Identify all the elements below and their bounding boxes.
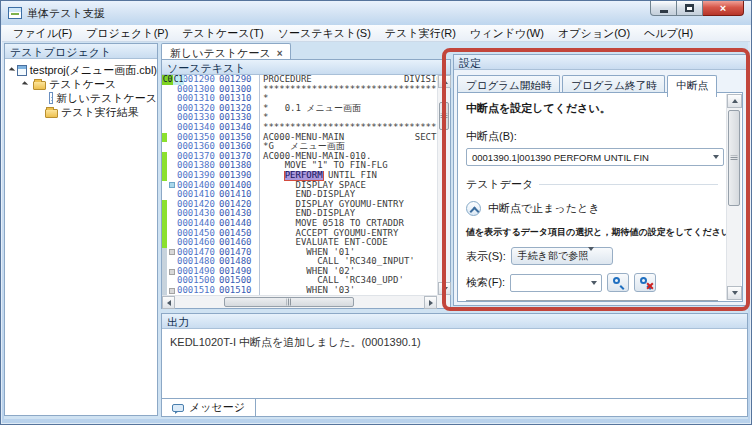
- breakpoint-gutter[interactable]: [167, 85, 176, 95]
- dropdown-arrow-icon[interactable]: [709, 150, 722, 164]
- breakpoint-gutter[interactable]: [167, 286, 176, 295]
- breakpoint-gutter[interactable]: [167, 200, 176, 210]
- red-x-icon: [647, 283, 653, 289]
- breakpoint-gutter[interactable]: [167, 94, 176, 104]
- breakpoint-gutter[interactable]: [167, 161, 176, 171]
- scroll-right-button[interactable]: [424, 296, 437, 309]
- settings-vertical-scrollbar[interactable]: [726, 94, 741, 300]
- vertical-scroll-thumb[interactable]: [728, 110, 740, 206]
- gutter-marker-icon: [169, 154, 175, 160]
- editor-tab-bar: 新しいテストケース ×: [161, 43, 291, 60]
- breakpoint-gutter[interactable]: [167, 113, 176, 123]
- thumb-grip-icon: [441, 114, 448, 119]
- scrollbar-corner: [437, 295, 450, 308]
- code-text: DISPLAY GYOUMU-ENTRY: [259, 200, 437, 210]
- menu-item[interactable]: ヘルプ(H): [637, 25, 700, 42]
- scroll-down-button[interactable]: [438, 282, 451, 295]
- scroll-down-button[interactable]: [727, 286, 742, 300]
- breakpoint-gutter[interactable]: [167, 104, 176, 114]
- output-body[interactable]: KEDL1020T-I 中断点を追加しました。(0001390.1): [162, 329, 747, 398]
- code-text: MOVE 0518 TO CRTADDR: [259, 219, 437, 229]
- code-text: ACCEPT GYOUMU-ENTRY: [259, 229, 437, 239]
- code-area[interactable]: 0001290 001290 PROCEDURE DIVISION 000130…: [162, 75, 437, 295]
- source-vertical-scrollbar[interactable]: [437, 75, 450, 295]
- clear-search-button[interactable]: [634, 273, 656, 292]
- tree-expander-icon[interactable]: [34, 108, 43, 117]
- breakpoint-field-label: 中断点(B):: [466, 129, 718, 144]
- breakpoint-gutter[interactable]: [167, 248, 176, 258]
- vertical-scroll-thumb[interactable]: [439, 102, 449, 130]
- menu-item[interactable]: ファイル(F): [6, 25, 79, 42]
- tree-item-label: テスト実行結果: [61, 105, 139, 120]
- close-button[interactable]: ×: [703, 1, 744, 16]
- code-text: PERFORM UNTIL FIN: [259, 171, 437, 181]
- tree-expander-icon[interactable]: [45, 94, 47, 103]
- breakpoint-gutter[interactable]: [167, 276, 176, 286]
- gutter-marker-icon: [169, 269, 175, 275]
- tab-close-icon[interactable]: ×: [277, 48, 283, 59]
- display-scope-select[interactable]: 手続き部で参照: [511, 247, 613, 265]
- tree-expander-icon[interactable]: [22, 80, 31, 89]
- tree-item[interactable]: 新しいテストケース: [5, 91, 157, 105]
- menu-item[interactable]: ソーステキスト(S): [271, 25, 378, 42]
- output-panel-title: 出力: [162, 314, 747, 329]
- code-line[interactable]: 0001510 001510 WHEN '03': [162, 286, 437, 295]
- source-horizontal-scrollbar[interactable]: [162, 295, 437, 308]
- breakpoint-gutter[interactable]: [167, 142, 176, 152]
- test-project-panel-title: テストプロジェクト: [5, 44, 157, 59]
- breakpoint-gutter[interactable]: [167, 267, 176, 277]
- tree-item[interactable]: テスト実行結果: [5, 105, 157, 119]
- search-icon: [613, 277, 620, 284]
- collapse-toggle-button[interactable]: [466, 201, 481, 216]
- dropdown-arrow-icon[interactable]: [587, 276, 600, 290]
- tab-messages[interactable]: メッセージ: [162, 399, 256, 416]
- search-button[interactable]: [607, 273, 629, 292]
- settings-tab[interactable]: 中断点: [667, 75, 717, 97]
- arrow-right-icon: [429, 300, 433, 306]
- maximize-button[interactable]: [677, 1, 703, 16]
- breakpoint-stop-section: 中断点で止まったとき: [466, 201, 718, 216]
- breakpoint-gutter[interactable]: [167, 152, 176, 162]
- code-text: MOVE "1" TO FIN-FLG: [259, 161, 437, 171]
- menu-item[interactable]: テスト実行(R): [378, 25, 463, 42]
- breakpoint-gutter[interactable]: [167, 238, 176, 248]
- tree-item[interactable]: テストケース: [5, 77, 157, 91]
- tab-new-test-case[interactable]: 新しいテストケース ×: [161, 43, 291, 60]
- gutter-marker-icon: [169, 202, 175, 208]
- breakpoint-gutter[interactable]: [167, 190, 176, 200]
- thumb-grip-icon: [287, 299, 292, 306]
- breakpoint-dropdown[interactable]: 0001390.1|001390 PERFORM UNTIL FIN: [466, 148, 724, 166]
- display-scope-value: 手続き部で参照: [518, 249, 588, 263]
- settings-panel-title: 設定: [454, 55, 746, 70]
- breakpoint-gutter[interactable]: [167, 209, 176, 219]
- code-text: CALL 'RC340_INPUT': [259, 257, 437, 267]
- ruler-c1-label: C1: [173, 75, 184, 85]
- menu-item[interactable]: テストケース(T): [175, 25, 270, 42]
- breakpoint-gutter[interactable]: [167, 257, 176, 267]
- tree-item[interactable]: testproj(メニュー画面.cbl): [5, 63, 157, 77]
- scroll-up-button[interactable]: [727, 94, 742, 108]
- horizontal-scroll-thumb[interactable]: [224, 297, 354, 307]
- breakpoint-gutter[interactable]: [167, 229, 176, 239]
- breakpoint-gutter[interactable]: [167, 181, 176, 191]
- breakpoint-gutter[interactable]: [167, 171, 176, 181]
- menu-item[interactable]: プロジェクト(P): [79, 25, 175, 42]
- code-text: WHEN '01': [259, 248, 437, 258]
- menu-item[interactable]: オプション(O): [551, 25, 637, 42]
- breakpoint-gutter[interactable]: [167, 123, 176, 133]
- breakpoint-gutter[interactable]: [167, 219, 176, 229]
- title-bar[interactable]: 単体テスト支援 ×: [1, 1, 751, 25]
- scroll-left-button[interactable]: [162, 296, 175, 309]
- gutter-marker-icon: [169, 221, 175, 227]
- scroll-up-button[interactable]: [438, 75, 451, 88]
- breakpoint-gutter[interactable]: [167, 133, 176, 143]
- tree-expander-icon[interactable]: [9, 66, 15, 75]
- column-header-expected-value: 期待値: [641, 301, 717, 302]
- menu-item[interactable]: ウィンドウ(W): [463, 25, 551, 42]
- column-header-show-value: 値の表示: [587, 301, 641, 302]
- dropdown-arrow-icon[interactable]: [588, 251, 594, 262]
- minimize-button[interactable]: [650, 1, 677, 16]
- line-number-secondary: 001510: [219, 286, 259, 295]
- search-combobox[interactable]: [510, 274, 602, 292]
- output-message: KEDL1020T-I 中断点を追加しました。(0001390.1): [170, 335, 739, 350]
